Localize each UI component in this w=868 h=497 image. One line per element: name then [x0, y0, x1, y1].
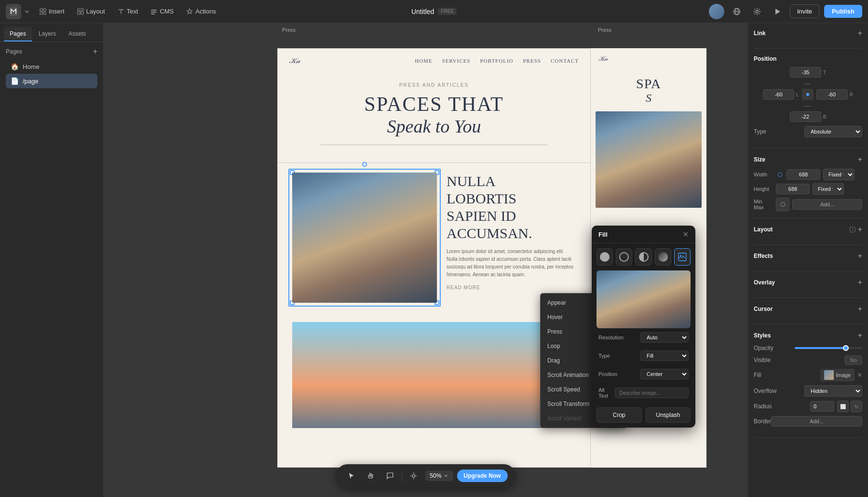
link-add-button[interactable]: +	[858, 29, 862, 38]
alt-text-label: Alt Text	[598, 387, 615, 399]
radius-input[interactable]	[810, 401, 834, 412]
insert-button[interactable]: Insert	[35, 5, 69, 17]
bottom-toolbar: 50% Upgrade Now	[336, 464, 515, 487]
page-item-page[interactable]: 📄 /page	[6, 74, 97, 88]
radius-all-button[interactable]: ⬜	[837, 401, 849, 412]
overlay-add-button[interactable]: +	[858, 278, 862, 287]
layout-add-button[interactable]: +	[858, 225, 862, 234]
comment-tool[interactable]	[382, 468, 397, 484]
selected-element[interactable]	[292, 173, 437, 303]
width-type-select[interactable]: Fixed ▾ Auto Fill	[823, 169, 854, 180]
preview2-nav: 𝒦𝓃	[591, 48, 706, 69]
styles-add-button[interactable]: +	[858, 331, 862, 340]
pos-left-row: L	[763, 89, 799, 100]
opacity-slider-track[interactable]	[795, 347, 862, 349]
fill-image-thumb	[824, 370, 834, 380]
nav-contact[interactable]: CONTACT	[551, 58, 579, 64]
radius-corner-buttons: ⬜ ↻	[837, 401, 862, 412]
size-add-button[interactable]: +	[858, 155, 862, 164]
svg-rect-4	[43, 12, 46, 14]
cms-button[interactable]: CMS	[146, 5, 178, 17]
crop-button[interactable]: Crop	[597, 407, 642, 423]
radius-label: Radius	[754, 403, 772, 410]
sidebar-tabs: Pages Layers Assets	[0, 23, 103, 42]
actions-button[interactable]: Actions	[181, 5, 221, 17]
settings-icon-button[interactable]	[749, 4, 765, 19]
fill-dialog-header: Fill ✕	[592, 226, 695, 243]
tab-pages[interactable]: Pages	[4, 27, 32, 41]
pos-type-select[interactable]: Absolute Relative Fixed	[804, 126, 862, 137]
fill-type-circle[interactable]	[616, 248, 632, 266]
effects-add-button[interactable]: +	[858, 252, 862, 260]
hand-tool[interactable]	[363, 468, 378, 484]
nav-press[interactable]: PRESS	[523, 58, 541, 64]
invite-button[interactable]: Invite	[790, 4, 819, 18]
pos-left-input[interactable]	[763, 89, 794, 100]
play-preview-button[interactable]	[770, 4, 785, 19]
site-logo: 𝒦𝓃	[289, 56, 300, 65]
text-button[interactable]: Text	[113, 5, 143, 17]
svg-rect-2	[43, 9, 46, 11]
upgrade-button[interactable]: Upgrade Now	[457, 470, 507, 482]
pos-bottom-input[interactable]	[790, 111, 821, 122]
fill-dialog-close[interactable]: ✕	[683, 230, 689, 238]
border-add-button[interactable]: Add...	[771, 416, 862, 427]
min-max-add-button[interactable]: Add...	[792, 199, 862, 210]
rotate-handle[interactable]	[362, 162, 367, 167]
fill-type-gradient[interactable]	[655, 248, 671, 266]
pos-right-input[interactable]	[816, 89, 848, 100]
hero-divider	[321, 145, 547, 145]
overflow-select[interactable]: Hidden Visible Scroll	[804, 385, 862, 397]
tab-assets[interactable]: Assets	[63, 27, 92, 41]
fill-remove-button[interactable]: ✕	[857, 372, 862, 378]
visible-toggle[interactable]: No	[845, 355, 862, 365]
opacity-row: Opacity	[754, 345, 862, 351]
tab-layers[interactable]: Layers	[33, 27, 62, 41]
resolution-select[interactable]: Auto 1x 2x	[640, 332, 689, 343]
right-panel: Link + Position T	[747, 23, 868, 497]
nav-home[interactable]: HOME	[415, 58, 432, 64]
pos-center-control[interactable]	[802, 89, 814, 100]
height-input[interactable]	[776, 184, 810, 194]
nav-portfolio[interactable]: PORTFOLIO	[480, 58, 514, 64]
height-row: Height Fixed ▾ Auto Fill	[754, 183, 862, 195]
size-link-icon: ⬡	[776, 171, 784, 178]
size-section: Size + Width ⬡ Fixed ▾ Auto Fill Height	[754, 155, 862, 218]
article-title: NULLA LOBORTIS SAPIEN ID ACCUMSAN.	[447, 173, 576, 242]
radius-refresh-button[interactable]: ↻	[851, 401, 862, 412]
cursor-label: Cursor	[754, 306, 773, 312]
fill-type-select[interactable]: Fill Fit Stretch	[640, 350, 689, 361]
nav-services[interactable]: SERVICES	[442, 58, 471, 64]
logo-button[interactable]	[6, 4, 21, 19]
opacity-slider-thumb[interactable]	[843, 345, 849, 351]
publish-button[interactable]: Publish	[824, 5, 862, 18]
fill-value-text: Image	[836, 372, 851, 378]
read-more-link[interactable]: READ MORE	[447, 285, 480, 290]
fill-image-tag[interactable]: Image	[820, 369, 854, 381]
globe-icon-button[interactable]	[729, 4, 745, 19]
add-page-button[interactable]: +	[93, 48, 97, 55]
fill-position-select[interactable]: Center Top Bottom	[640, 369, 689, 379]
fill-type-halftone[interactable]	[635, 248, 651, 266]
size-label: Size	[754, 156, 765, 163]
fill-type-image[interactable]	[674, 248, 691, 266]
topbar-center: Untitled FREE	[411, 8, 457, 15]
unsplash-button[interactable]: Unsplash	[646, 407, 691, 423]
cursor-add-button[interactable]: +	[858, 305, 862, 313]
width-input[interactable]	[787, 169, 820, 180]
alt-text-input[interactable]	[615, 388, 689, 398]
zoom-control[interactable]: 50%	[425, 470, 453, 481]
styles-section: Styles + Opacity Visible No Fill	[754, 331, 862, 438]
user-avatar[interactable]	[709, 4, 724, 19]
brightness-tool[interactable]	[406, 468, 421, 484]
select-tool[interactable]	[343, 468, 359, 484]
layout-button[interactable]: Layout	[72, 5, 110, 17]
pos-top-input[interactable]	[790, 67, 821, 78]
page-item-home[interactable]: 🏠 Home	[6, 59, 97, 74]
free-badge: FREE	[438, 8, 457, 15]
height-type-select[interactable]: Fixed ▾ Auto Fill	[813, 183, 844, 195]
fill-label: Fill	[754, 372, 761, 378]
fill-type-solid[interactable]	[597, 248, 613, 266]
pos-bottom-suffix: B	[823, 114, 827, 120]
min-max-link-button[interactable]: ⬡	[776, 198, 789, 211]
